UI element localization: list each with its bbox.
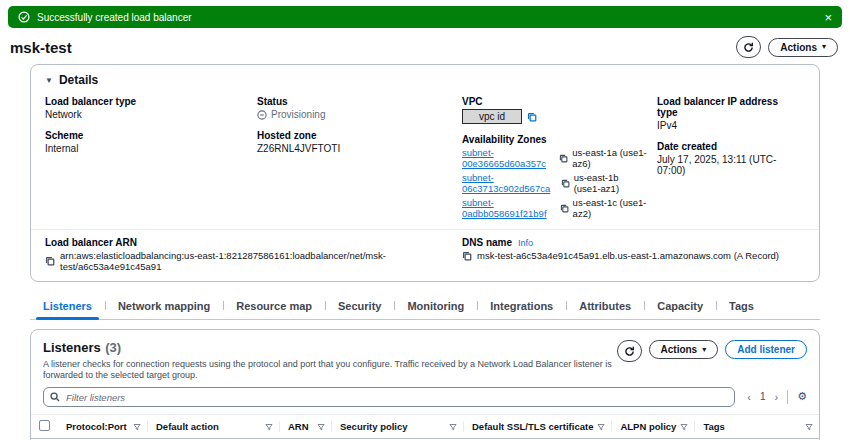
expander-caret-icon: ▼ <box>45 76 53 85</box>
tab-integrations[interactable]: Integrations <box>477 294 566 319</box>
lb-arn-label: Load balancer ARN <box>45 237 462 248</box>
tab-resource-map[interactable]: Resource map <box>223 294 325 319</box>
tab-bar: Listeners Network mapping Resource map S… <box>30 294 820 320</box>
page-header: msk-test Actions ▾ <box>0 28 850 62</box>
col-tags[interactable]: Tags <box>703 421 724 432</box>
copy-icon[interactable] <box>560 204 569 213</box>
listeners-actions-button[interactable]: Actions ▾ <box>649 340 719 359</box>
pagination-current-page[interactable]: 1 <box>760 391 766 402</box>
details-expander[interactable]: ▼ Details <box>31 65 819 89</box>
filter-icon[interactable] <box>680 423 688 431</box>
refresh-icon <box>624 346 635 357</box>
col-default-action[interactable]: Default action <box>156 421 219 432</box>
col-ssl-certificate[interactable]: Default SSL/TLS certificate <box>472 421 593 432</box>
dns-name-value: msk-test-a6c53a4e91c45a91.elb.us-east-1.… <box>477 250 779 261</box>
filter-icon[interactable] <box>133 423 141 431</box>
date-created-label: Date created <box>657 141 795 152</box>
details-panel: ▼ Details Load balancer type Network Sch… <box>30 64 820 282</box>
pagination-prev-icon[interactable]: ‹ <box>747 391 751 403</box>
subnet-zone: us-east-1c (use1-az2) <box>573 197 647 219</box>
col-arn[interactable]: ARN <box>288 421 309 432</box>
listeners-description: A listener checks for connection request… <box>43 359 617 382</box>
add-listener-button[interactable]: Add listener <box>725 340 807 359</box>
lb-type-label: Load balancer type <box>45 96 247 107</box>
listeners-actions-label: Actions <box>661 344 698 355</box>
tab-security[interactable]: Security <box>325 294 394 319</box>
subnet-link[interactable]: subnet-00e36665d60a357c <box>462 147 555 169</box>
actions-button-label: Actions <box>780 42 817 53</box>
refresh-icon <box>743 42 754 53</box>
provisioning-status-icon <box>257 110 267 120</box>
status-label: Status <box>257 96 452 107</box>
copy-icon[interactable] <box>527 112 537 122</box>
chevron-down-icon: ▾ <box>702 346 706 354</box>
listeners-count: (3) <box>105 340 121 355</box>
pagination-next-icon[interactable]: › <box>774 391 778 403</box>
actions-button[interactable]: Actions ▾ <box>768 38 838 57</box>
filter-listeners-input[interactable] <box>43 387 735 407</box>
page-title: msk-test <box>10 39 72 56</box>
az-label: Availability Zones <box>462 134 647 145</box>
tab-tags[interactable]: Tags <box>716 294 767 319</box>
details-title: Details <box>59 73 98 87</box>
tab-capacity[interactable]: Capacity <box>644 294 716 319</box>
listeners-panel: Listeners (3) A listener checks for conn… <box>30 329 820 440</box>
chevron-down-icon: ▾ <box>822 43 826 51</box>
refresh-button[interactable] <box>617 340 642 362</box>
banner-message: Successfully created load balancer <box>37 12 817 23</box>
subnet-link[interactable]: subnet-0adbb058691f21b9f <box>462 197 556 219</box>
col-security-policy[interactable]: Security policy <box>340 421 408 432</box>
copy-icon[interactable] <box>559 154 568 163</box>
scheme-label: Scheme <box>45 130 247 141</box>
tab-monitoring[interactable]: Monitoring <box>394 294 477 319</box>
col-alpn-policy[interactable]: ALPN policy <box>620 421 676 432</box>
divider <box>787 390 788 404</box>
tab-listeners[interactable]: Listeners <box>30 294 105 319</box>
date-created-value: July 17, 2025, 13:11 (UTC-07:00) <box>657 154 795 176</box>
col-protocol-port[interactable]: Protocol:Port <box>66 421 127 432</box>
vpc-label: VPC <box>462 96 647 107</box>
subnet-zone: us-east-1b (use1-az1) <box>574 172 647 194</box>
vpc-redacted-value[interactable]: vpc id <box>462 109 522 124</box>
status-value: Provisioning <box>271 109 325 120</box>
filter-icon[interactable] <box>317 423 325 431</box>
filter-icon[interactable] <box>449 423 457 431</box>
filter-icon[interactable] <box>805 423 813 431</box>
copy-icon[interactable] <box>462 251 472 261</box>
filter-icon[interactable] <box>597 423 605 431</box>
dns-name-label: DNS name <box>462 237 512 248</box>
subnet-link[interactable]: subnet-06c3713c902d567ca <box>462 172 557 194</box>
hosted-zone-label: Hosted zone <box>257 130 452 141</box>
ip-type-label: Load balancer IP address type <box>657 96 795 118</box>
lb-arn-value: arn:aws:elasticloadbalancing:us-east-1:8… <box>60 250 462 272</box>
add-listener-label: Add listener <box>737 344 795 355</box>
scheme-value: Internal <box>45 143 247 154</box>
copy-icon[interactable] <box>45 256 55 266</box>
filter-icon[interactable] <box>265 423 273 431</box>
close-icon[interactable]: × <box>824 11 832 24</box>
listeners-table: Protocol:Port Default action ARN Securit… <box>31 414 819 440</box>
search-icon <box>50 392 60 402</box>
tab-network-mapping[interactable]: Network mapping <box>105 294 223 319</box>
ip-type-value: IPv4 <box>657 120 795 131</box>
hosted-zone-value: Z26RNL4JVFTOTI <box>257 143 452 154</box>
refresh-button[interactable] <box>736 36 761 58</box>
lb-type-value: Network <box>45 109 247 120</box>
table-preferences-gear-icon[interactable]: ⚙ <box>797 390 807 403</box>
check-circle-icon <box>18 11 30 23</box>
select-all-checkbox[interactable] <box>39 420 50 431</box>
copy-icon[interactable] <box>561 179 570 188</box>
success-banner: Successfully created load balancer × <box>8 6 842 28</box>
dns-info-link[interactable]: Info <box>518 238 533 248</box>
subnet-zone: us-east-1a (use1-az6) <box>572 147 647 169</box>
listeners-title: Listeners <box>43 340 101 355</box>
tab-attributes[interactable]: Attributes <box>566 294 644 319</box>
